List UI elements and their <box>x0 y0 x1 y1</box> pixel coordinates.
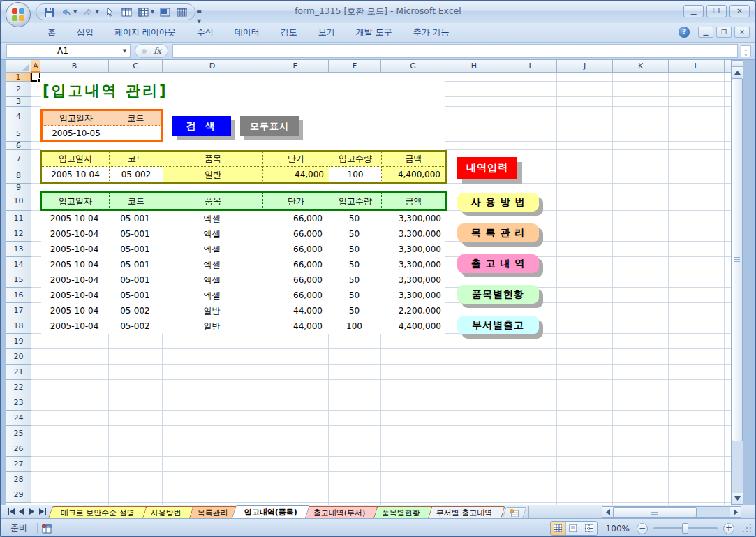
list-header-cell[interactable]: 코드 <box>110 193 163 209</box>
cell[interactable]: 05-001 <box>108 211 162 226</box>
vertical-scrollbar[interactable] <box>731 60 743 505</box>
row-header-3[interactable]: 3 <box>6 97 31 107</box>
cell[interactable]: 50 <box>328 288 380 303</box>
ribbon-tab-3[interactable]: 수식 <box>186 23 224 42</box>
zoom-slider-thumb[interactable] <box>682 523 688 534</box>
entry-code-cell[interactable]: 05-002 <box>110 167 163 182</box>
split-handle[interactable] <box>732 61 743 67</box>
list-header-cell[interactable]: 단가 <box>263 193 329 209</box>
cell[interactable]: 66,000 <box>262 272 328 288</box>
horizontal-scroll-thumb[interactable] <box>613 507 697 517</box>
cell[interactable]: 4,400,000 <box>380 318 447 334</box>
row-header-7[interactable]: 7 <box>6 150 31 168</box>
name-box[interactable]: A1 ▼ <box>6 44 131 58</box>
search-date-input-cell[interactable]: 2005-10-05 <box>43 126 110 140</box>
entry-header-cell[interactable]: 금액 <box>382 152 445 167</box>
office-button[interactable] <box>6 2 31 27</box>
page-break-view-icon[interactable] <box>581 522 597 535</box>
row-header-6[interactable]: 6 <box>6 142 31 150</box>
scroll-up-icon[interactable] <box>732 67 743 78</box>
entry-qty-cell[interactable]: 100 <box>329 167 382 182</box>
cell[interactable]: 2005-10-04 <box>40 226 108 242</box>
row-header-27[interactable]: 27 <box>6 457 31 472</box>
ribbon-tab-2[interactable]: 페이지 레이아웃 <box>104 23 186 42</box>
zoom-slider[interactable] <box>653 527 718 529</box>
search-button[interactable]: 검 색 <box>172 116 231 136</box>
ribbon-tab-5[interactable]: 검토 <box>270 23 308 42</box>
cell[interactable]: 50 <box>328 257 380 272</box>
cell[interactable]: 66,000 <box>262 226 328 242</box>
entry-date-cell[interactable]: 2005-10-04 <box>42 167 110 182</box>
cell[interactable]: 50 <box>328 242 380 257</box>
horizontal-scroll-track[interactable] <box>613 507 730 517</box>
row-header-25[interactable]: 25 <box>6 426 31 441</box>
sheet-tab-5[interactable]: 품목별현황 <box>369 506 433 518</box>
row-header-16[interactable]: 16 <box>6 288 31 303</box>
cell[interactable]: 05-002 <box>108 303 162 318</box>
column-header-H[interactable]: H <box>445 60 503 73</box>
row-header-13[interactable]: 13 <box>6 242 31 257</box>
cell[interactable]: 일반 <box>162 318 262 334</box>
sheet-tab-3[interactable]: 입고내역(품목) <box>232 505 310 518</box>
cell[interactable]: 05-001 <box>108 226 162 242</box>
last-sheet-icon[interactable] <box>38 506 47 517</box>
action-button-5[interactable]: 부서별출고 <box>457 316 539 334</box>
row-header-17[interactable]: 17 <box>6 303 31 318</box>
list-header-cell[interactable]: 입고수량 <box>329 193 382 209</box>
row-header-4[interactable]: 4 <box>6 107 31 126</box>
cell[interactable]: 엑셀 <box>162 226 262 242</box>
scroll-right-icon[interactable] <box>730 507 741 517</box>
vertical-scroll-track[interactable] <box>732 78 743 493</box>
entry-price-cell[interactable]: 44,000 <box>263 167 329 182</box>
list-header-cell[interactable]: 입고일자 <box>42 193 110 209</box>
cell[interactable]: 2005-10-04 <box>40 242 108 257</box>
name-box-dropdown-icon[interactable]: ▼ <box>119 45 130 57</box>
cell[interactable]: 50 <box>328 272 380 288</box>
scroll-left-icon[interactable] <box>602 507 613 517</box>
row-header-24[interactable]: 24 <box>6 411 31 426</box>
sheet-tab-4[interactable]: 출고내역(부서) <box>301 506 378 518</box>
cell[interactable]: 엑셀 <box>162 242 262 257</box>
row-header-19[interactable]: 19 <box>6 334 31 349</box>
select-all-corner[interactable] <box>6 60 31 73</box>
ribbon-tab-7[interactable]: 개발 도구 <box>346 23 403 42</box>
close-button[interactable]: ✕ <box>729 5 750 17</box>
sheet-tab-0[interactable]: 매크로 보안수준 설명 <box>48 506 147 518</box>
column-header-F[interactable]: F <box>329 60 381 73</box>
entry-item-cell[interactable]: 일반 <box>163 167 263 182</box>
workbook-close-button[interactable]: ✕ <box>734 27 750 38</box>
tab-scroll-divider[interactable] <box>528 506 533 518</box>
cell[interactable]: 3,300,000 <box>380 242 447 257</box>
cell[interactable]: 엑셀 <box>162 272 262 288</box>
cell[interactable]: 50 <box>328 211 380 226</box>
cell[interactable]: 44,000 <box>262 303 328 318</box>
action-button-1[interactable]: 사 용 방 법 <box>457 193 539 212</box>
cell[interactable]: 66,000 <box>262 288 328 303</box>
normal-view-icon[interactable] <box>551 522 566 535</box>
column-header-J[interactable]: J <box>557 60 613 73</box>
active-cell-a1[interactable] <box>31 73 40 82</box>
cell[interactable]: 05-001 <box>108 242 162 257</box>
list-header-cell[interactable]: 금액 <box>382 193 445 209</box>
zoom-out-icon[interactable]: − <box>637 523 648 534</box>
column-header-G[interactable]: G <box>381 60 445 73</box>
minimize-button[interactable]: ▁ <box>683 5 704 17</box>
row-header-12[interactable]: 12 <box>6 226 31 242</box>
cell[interactable]: 일반 <box>162 303 262 318</box>
cell[interactable]: 2005-10-04 <box>40 272 108 288</box>
cell[interactable]: 66,000 <box>262 257 328 272</box>
cell[interactable]: 엑셀 <box>162 257 262 272</box>
action-button-0[interactable]: 내역입력 <box>457 157 517 179</box>
cell[interactable]: 05-001 <box>108 288 162 303</box>
row-header-20[interactable]: 20 <box>6 349 31 365</box>
action-button-3[interactable]: 출 고 내 역 <box>457 254 539 273</box>
cell[interactable]: 엑셀 <box>162 288 262 303</box>
row-header-15[interactable]: 15 <box>6 272 31 288</box>
column-header-K[interactable]: K <box>613 60 669 73</box>
cell[interactable]: 3,300,000 <box>380 288 447 303</box>
cell[interactable]: 05-001 <box>108 272 162 288</box>
cell[interactable]: 2,200,000 <box>380 303 447 318</box>
ribbon-tab-0[interactable]: 홈 <box>37 23 66 42</box>
column-header-D[interactable]: D <box>163 60 262 73</box>
workbook-minimize-button[interactable]: ▁ <box>698 27 713 38</box>
